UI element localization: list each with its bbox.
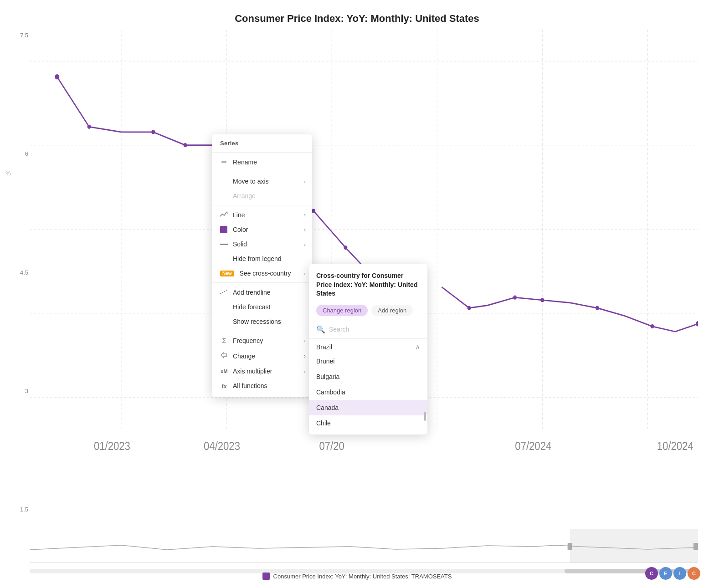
menu-item-color-label: Color [233, 226, 248, 233]
fx-icon: fx [220, 383, 228, 389]
menu-item-hide-legend[interactable]: Hide from legend [212, 251, 312, 266]
menu-item-hide-legend-label: Hide from legend [233, 255, 282, 262]
context-menu: Series ✏ Rename Move to axis › Arrange L… [212, 134, 312, 397]
menu-item-frequency-label: Frequency [233, 337, 263, 344]
svg-point-26 [651, 324, 654, 328]
menu-item-cross-country[interactable]: New See cross-country › [212, 266, 312, 281]
solid-line-icon [220, 244, 228, 245]
chart-legend: Consumer Price Index: YoY: Monthly: Unit… [262, 573, 452, 580]
rename-icon: ✏ [220, 158, 228, 166]
y-axis: 7.5 6 4.5 3 1.5 [9, 30, 32, 515]
svg-point-17 [312, 209, 315, 213]
svg-rect-34 [568, 543, 572, 550]
cc-list-item-bulgaria[interactable]: Bulgaria [309, 369, 427, 384]
cc-list-item-chile[interactable]: Chile [309, 415, 427, 431]
svg-point-13 [151, 130, 155, 134]
menu-item-line[interactable]: Line › [212, 207, 312, 222]
menu-divider-3 [212, 205, 312, 205]
tab-change-region[interactable]: Change region [316, 305, 368, 316]
svg-point-12 [87, 125, 91, 129]
sigma-icon: Σ [220, 337, 228, 344]
svg-text:04/2023: 04/2023 [204, 439, 240, 452]
cc-section-brazil[interactable]: Brazil ∧ [309, 339, 427, 353]
menu-item-move-to-axis[interactable]: Move to axis › [212, 174, 312, 189]
line-chart-icon [220, 211, 228, 219]
chevron-solid-icon: › [304, 241, 306, 248]
chevron-cross-country-icon: › [304, 270, 306, 277]
menu-divider-4 [212, 282, 312, 283]
menu-item-axis-multiplier-label: Axis multiplier [233, 368, 272, 375]
menu-item-all-functions-label: All functions [233, 382, 267, 389]
cc-country-list: Brazil ∧ Brunei Bulgaria Cambodia Canada… [309, 339, 427, 431]
cc-section-chevron-icon: ∧ [416, 343, 420, 350]
menu-divider-2 [212, 172, 312, 172]
cc-scrollbar[interactable] [424, 412, 426, 421]
cc-tabs: Change region Add region [309, 305, 427, 322]
ceic-letter-e: E [659, 567, 672, 580]
chevron-line-icon: › [304, 211, 306, 218]
chevron-change-icon: › [304, 353, 306, 359]
menu-item-line-label: Line [233, 211, 245, 219]
chart-title: Consumer Price Index: YoY: Monthly: Unit… [0, 0, 714, 29]
chevron-right-icon: › [304, 178, 306, 185]
svg-point-11 [55, 74, 59, 80]
menu-item-show-recessions-label: Show recessions [233, 318, 281, 325]
svg-point-24 [540, 298, 544, 302]
menu-item-change[interactable]: Change › [212, 348, 312, 364]
svg-point-27 [696, 321, 698, 327]
cross-country-panel: Cross-country for Consumer Price Index: … [309, 264, 427, 435]
tab-add-region[interactable]: Add region [371, 305, 413, 316]
ceic-badge: C E I C [645, 567, 700, 580]
menu-item-add-trendline[interactable]: Add trendline [212, 285, 312, 300]
chevron-frequency-icon: › [304, 337, 306, 344]
color-swatch-icon [220, 226, 228, 233]
cc-list-item-brunei[interactable]: Brunei [309, 353, 427, 369]
menu-item-show-recessions[interactable]: Show recessions [212, 314, 312, 329]
new-badge: New [220, 271, 234, 276]
svg-text:07/20: 07/20 [319, 439, 344, 452]
svg-point-18 [344, 245, 347, 250]
trendline-icon [220, 288, 228, 296]
svg-rect-33 [570, 529, 698, 563]
menu-item-arrange-label: Arrange [233, 192, 256, 199]
cc-section-brazil-label: Brazil [316, 343, 332, 351]
search-icon: 🔍 [316, 325, 325, 334]
xm-icon: xM [220, 368, 228, 374]
menu-header: Series [212, 138, 312, 150]
svg-text:01/2023: 01/2023 [94, 439, 130, 452]
menu-item-color[interactable]: Color › [212, 222, 312, 237]
menu-item-hide-forecast[interactable]: Hide forecast [212, 300, 312, 314]
menu-item-rename-label: Rename [233, 159, 257, 166]
cc-search-bar: 🔍 [309, 322, 427, 339]
cc-list-item-cambodia[interactable]: Cambodia [309, 384, 427, 400]
legend-label: Consumer Price Index: YoY: Monthly: Unit… [273, 573, 452, 580]
svg-line-36 [220, 289, 228, 294]
menu-divider-5 [212, 331, 312, 331]
search-input[interactable] [329, 326, 420, 333]
menu-item-axis-multiplier[interactable]: xM Axis multiplier › [212, 364, 312, 378]
svg-rect-35 [693, 543, 698, 550]
svg-point-23 [513, 296, 517, 300]
ceic-letter-i: I [673, 567, 686, 580]
mini-chart-svg [30, 529, 698, 563]
menu-item-all-functions[interactable]: fx All functions [212, 378, 312, 393]
svg-point-25 [596, 306, 599, 310]
chart-container: Consumer Price Index: YoY: Monthly: Unit… [0, 0, 714, 588]
menu-item-solid-label: Solid [233, 240, 247, 248]
chevron-axis-icon: › [304, 368, 306, 375]
svg-point-22 [467, 306, 471, 310]
mini-chart: 1980 1990 2020 [30, 529, 698, 563]
svg-text:10/2024: 10/2024 [657, 439, 693, 452]
change-icon [220, 352, 228, 360]
menu-item-arrange: Arrange [212, 189, 312, 203]
cc-list-item-canada[interactable]: Canada [309, 400, 427, 415]
menu-item-add-trendline-label: Add trendline [233, 289, 271, 296]
menu-item-frequency[interactable]: Σ Frequency › [212, 333, 312, 348]
svg-point-14 [184, 143, 187, 147]
menu-item-cross-country-label: See cross-country [240, 270, 291, 277]
menu-item-solid[interactable]: Solid › [212, 237, 312, 251]
menu-item-change-label: Change [233, 353, 255, 360]
svg-text:07/2024: 07/2024 [515, 439, 551, 452]
menu-item-rename[interactable]: ✏ Rename [212, 154, 312, 170]
ceic-letter-c2: C [688, 567, 700, 580]
